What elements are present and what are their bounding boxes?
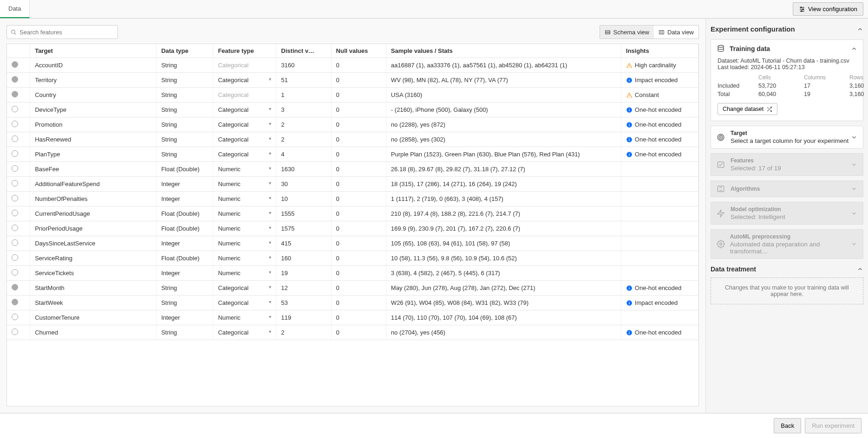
view-configuration-button[interactable]: View configuration	[793, 2, 863, 16]
table-row[interactable]: BaseFeeFloat (Double)Numeric▾1630026.18 …	[7, 162, 698, 177]
target-step[interactable]: Target Select a target column for your e…	[711, 126, 863, 148]
chevron-down-icon[interactable]: ▾	[264, 210, 271, 215]
table-row[interactable]: StartWeekStringCategorical▾530W26 (91), …	[7, 296, 698, 310]
table-row[interactable]: PromotionStringCategorical▾20no (2288), …	[7, 117, 698, 132]
target-radio[interactable]	[12, 135, 18, 142]
target-radio[interactable]	[12, 225, 18, 231]
chevron-down-icon[interactable]: ▾	[264, 299, 271, 304]
data-type: Float (Double)	[157, 251, 213, 266]
feature-type[interactable]: Categorical▾	[213, 132, 276, 147]
target-radio[interactable]	[12, 195, 18, 201]
feature-type[interactable]: Categorical▾	[213, 147, 276, 162]
svg-point-38	[718, 45, 724, 48]
table-row[interactable]: DeviceTypeStringCategorical▾30- (2160), …	[7, 103, 698, 117]
table-row[interactable]: CurrentPeriodUsageFloat (Double)Numeric▾…	[7, 206, 698, 221]
training-data-head[interactable]: Training data	[711, 40, 863, 58]
target-radio[interactable]	[12, 328, 18, 335]
feature-type[interactable]: Categorical▾	[213, 117, 276, 132]
schema-icon	[605, 29, 611, 35]
table-row[interactable]: PlanTypeStringCategorical▾40Purple Plan …	[7, 147, 698, 162]
target-radio[interactable]	[12, 269, 18, 276]
search-features-box[interactable]	[7, 25, 118, 39]
feature-type[interactable]: Numeric▾	[213, 266, 276, 281]
col-target[interactable]: Target	[30, 44, 157, 58]
back-button[interactable]: Back	[774, 418, 801, 433]
table-row[interactable]: ServiceTicketsIntegerNumeric▾1903 (638),…	[7, 266, 698, 281]
chevron-down-icon[interactable]: ▾	[264, 77, 271, 82]
target-radio[interactable]	[12, 180, 18, 187]
feature-name: AccountID	[30, 58, 157, 73]
feature-type[interactable]: Numeric▾	[213, 192, 276, 206]
table-row[interactable]: CustomerTenureIntegerNumeric▾1190114 (70…	[7, 310, 698, 325]
feature-type[interactable]: Categorical▾	[213, 296, 276, 310]
col-featuretype[interactable]: Feature type	[213, 44, 276, 58]
chevron-down-icon[interactable]: ▾	[264, 255, 271, 260]
target-radio[interactable]	[12, 150, 18, 157]
schema-view-option[interactable]: Schema view	[600, 26, 654, 39]
chevron-down-icon[interactable]: ▾	[264, 225, 271, 230]
data-treatment-title: Data treatment	[711, 265, 756, 273]
feature-type[interactable]: Categorical▾	[213, 73, 276, 88]
chevron-down-icon[interactable]: ▾	[264, 240, 271, 245]
table-row[interactable]: HasRenewedStringCategorical▾20no (2858),…	[7, 132, 698, 147]
chevron-down-icon[interactable]: ▾	[264, 106, 271, 111]
target-radio[interactable]	[12, 106, 18, 112]
col-datatype[interactable]: Data type	[157, 44, 213, 58]
feature-type[interactable]: Categorical▾	[213, 325, 276, 340]
change-dataset-button[interactable]: Change dataset	[718, 103, 777, 115]
table-row[interactable]: StartMonthStringCategorical▾120May (280)…	[7, 281, 698, 296]
table-row[interactable]: NumberOfPenaltiesIntegerNumeric▾1001 (11…	[7, 192, 698, 206]
target-radio[interactable]	[12, 165, 18, 172]
col-null[interactable]: Null values	[331, 44, 386, 58]
feature-type[interactable]: Numeric▾	[213, 162, 276, 177]
chevron-down-icon[interactable]: ▾	[264, 270, 271, 275]
chevron-down-icon[interactable]: ▾	[264, 151, 271, 156]
feature-type[interactable]: Numeric▾	[213, 251, 276, 266]
table-row[interactable]: CountryStringCategorical10USA (3160)Cons…	[7, 88, 698, 103]
distinct-values: 4	[276, 147, 331, 162]
chevron-up-icon[interactable]	[857, 266, 863, 272]
chevron-down-icon[interactable]: ▾	[264, 136, 271, 141]
data-type: String	[157, 58, 213, 73]
col-sample[interactable]: Sample values / Stats	[386, 44, 621, 58]
feature-type[interactable]: Categorical▾	[213, 281, 276, 296]
data-view-option[interactable]: Data view	[654, 26, 698, 39]
chevron-down-icon[interactable]: ▾	[264, 284, 271, 290]
chevron-down-icon[interactable]: ▾	[264, 314, 271, 319]
tab-data[interactable]: Data	[0, 0, 30, 18]
target-radio[interactable]	[12, 121, 18, 127]
table-row[interactable]: ServiceRatingFloat (Double)Numeric▾16001…	[7, 251, 698, 266]
target-radio[interactable]	[12, 210, 18, 216]
table-row[interactable]: AccountIDStringCategorical31600aa16887 (…	[7, 58, 698, 73]
feature-type[interactable]: Numeric▾	[213, 236, 276, 251]
chevron-down-icon[interactable]: ▾	[264, 329, 271, 334]
chevron-up-icon[interactable]	[857, 26, 863, 32]
table-row[interactable]: ChurnedStringCategorical▾20no (2704), ye…	[7, 325, 698, 340]
search-input[interactable]	[20, 29, 114, 36]
data-type: String	[157, 73, 213, 88]
table-row[interactable]: TerritoryStringCategorical▾510WV (98), M…	[7, 73, 698, 88]
target-radio[interactable]	[12, 314, 18, 320]
feature-type[interactable]: Numeric▾	[213, 206, 276, 221]
feature-type[interactable]: Numeric▾	[213, 177, 276, 192]
null-values: 0	[331, 117, 386, 132]
distinct-values: 53	[276, 296, 331, 310]
chevron-down-icon[interactable]: ▾	[264, 180, 271, 186]
col-insights[interactable]: Insights	[621, 44, 698, 58]
table-row[interactable]: PriorPeriodUsageFloat (Double)Numeric▾15…	[7, 221, 698, 236]
table-row[interactable]: AdditionalFeatureSpendIntegerNumeric▾300…	[7, 177, 698, 192]
target-radio[interactable]	[12, 254, 18, 261]
database-icon	[717, 45, 725, 53]
chevron-down-icon[interactable]: ▾	[264, 195, 271, 200]
feature-type[interactable]: Categorical▾	[213, 103, 276, 117]
chevron-down-icon[interactable]: ▾	[264, 121, 271, 126]
target-radio[interactable]	[12, 239, 18, 246]
feature-type[interactable]: Numeric▾	[213, 221, 276, 236]
null-values: 0	[331, 132, 386, 147]
col-distinct[interactable]: Distinct v…	[276, 44, 331, 58]
chevron-down-icon[interactable]: ▾	[264, 166, 271, 171]
feature-type[interactable]: Numeric▾	[213, 310, 276, 325]
svg-rect-34	[629, 301, 629, 302]
table-row[interactable]: DaysSinceLastServiceIntegerNumeric▾41501…	[7, 236, 698, 251]
distinct-values: 119	[276, 310, 331, 325]
